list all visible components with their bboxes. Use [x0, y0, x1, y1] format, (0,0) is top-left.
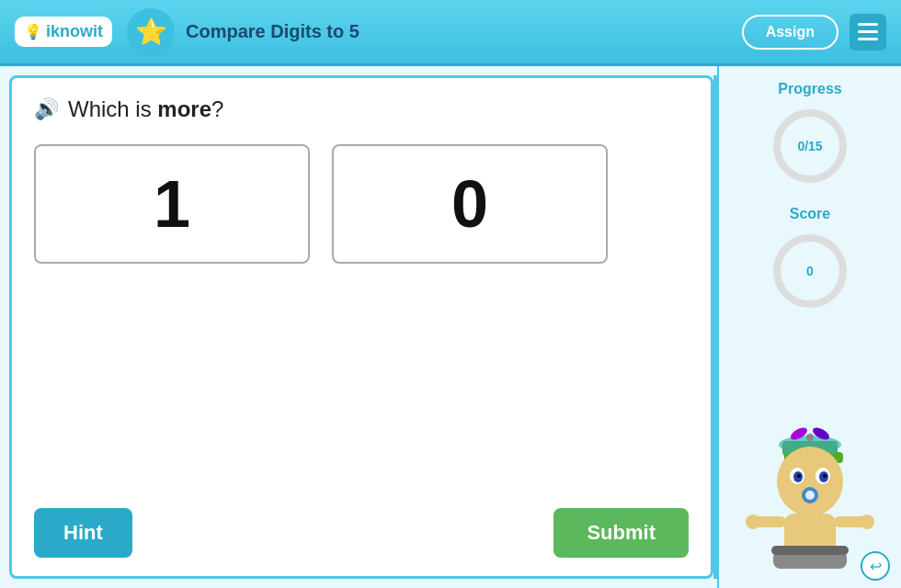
question-text: Which is more? [68, 96, 223, 122]
back-icon: ↩ [870, 558, 882, 575]
page-title: Compare Digits to 5 [186, 21, 742, 42]
logo[interactable]: 💡 iknowit [15, 17, 112, 47]
logo-text: iknowit [46, 22, 103, 41]
svg-point-5 [806, 434, 814, 441]
svg-point-26 [860, 514, 874, 529]
robot-container [736, 331, 884, 573]
assign-button[interactable]: Assign [742, 15, 838, 50]
question-panel: 🔊 Which is more? 1 0 Hint Submit [9, 75, 713, 579]
score-value: 0 [806, 264, 814, 278]
choice-b[interactable]: 0 [332, 144, 608, 264]
svg-point-25 [746, 514, 760, 529]
choice-b-value: 0 [451, 166, 488, 242]
svg-point-19 [805, 491, 815, 500]
bottom-buttons: Hint Submit [34, 508, 689, 558]
choices-row: 1 0 [34, 144, 689, 508]
question-bold: more [157, 96, 211, 121]
question-suffix: ? [211, 96, 223, 121]
svg-point-16 [797, 474, 801, 478]
svg-point-11 [777, 447, 843, 516]
progress-circle: 0/15 [769, 105, 851, 187]
question-area: 🔊 Which is more? [34, 96, 689, 122]
star-icon: ⭐ [135, 17, 167, 47]
submit-button[interactable]: Submit [553, 508, 689, 558]
back-button[interactable]: ↩ [861, 551, 890, 581]
main-content: 🔊 Which is more? 1 0 Hint Submit Progres… [0, 66, 901, 588]
header: 💡 iknowit ⭐ Compare Digits to 5 Assign [0, 0, 901, 66]
hamburger-line [858, 23, 878, 26]
sound-icon[interactable]: 🔊 [34, 97, 59, 121]
bulb-icon: 💡 [24, 23, 42, 40]
robot-illustration [736, 390, 884, 573]
progress-label: Progress [778, 81, 841, 97]
hamburger-line [858, 30, 878, 33]
question-prefix: Which is [68, 96, 157, 121]
choice-a-value: 1 [154, 166, 190, 242]
menu-button[interactable] [850, 14, 886, 51]
score-label: Score [790, 206, 830, 222]
star-badge: ⭐ [127, 8, 175, 56]
progress-value: 0/15 [797, 139, 822, 153]
choice-a[interactable]: 1 [34, 144, 310, 264]
svg-rect-22 [771, 546, 849, 555]
svg-point-17 [823, 474, 827, 478]
robot-svg [736, 390, 884, 573]
hint-button[interactable]: Hint [34, 508, 132, 558]
hamburger-line [858, 38, 878, 40]
score-circle: 0 [769, 230, 851, 312]
right-panel: Progress 0/15 Score 0 [717, 66, 901, 588]
